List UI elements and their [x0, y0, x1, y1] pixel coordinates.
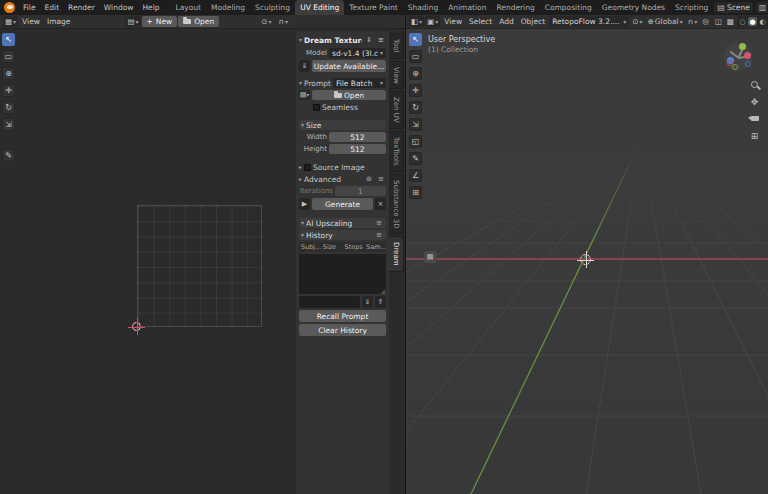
menu-render[interactable]: Render	[64, 2, 99, 13]
resize-grip-icon[interactable]: ◢	[380, 287, 385, 294]
new-image-button[interactable]: + New	[142, 16, 178, 27]
sidebar-tab-tool[interactable]: Tool	[389, 33, 404, 59]
uv-tool-annotate[interactable]: ✎	[2, 149, 15, 162]
viewport-3d[interactable]: User Perspective (1) Collection ↖ ▭ ⊕ ✛ …	[406, 29, 768, 494]
camera-view-button[interactable]	[749, 113, 760, 124]
vp-menu-view[interactable]: View	[441, 17, 465, 26]
blender-logo-icon[interactable]	[4, 2, 15, 13]
sidebar-tab-textools[interactable]: TexTools	[389, 131, 404, 172]
sidebar-tab-view[interactable]: View	[389, 61, 404, 90]
menu-help[interactable]: Help	[138, 2, 163, 13]
uv-tool-scale[interactable]: ⇲	[2, 118, 15, 131]
ortho-toggle-button[interactable]: ⊞	[749, 130, 760, 141]
gizmo-y-dot[interactable]	[739, 43, 746, 50]
workspace-tab-texture-paint[interactable]: Texture Paint	[344, 0, 402, 15]
workspace-tab-scripting[interactable]: Scripting	[670, 0, 713, 15]
vp-menu-select[interactable]: Select	[466, 17, 495, 26]
history-list[interactable]: ◢	[299, 254, 386, 294]
sidebar-tab-dream[interactable]: Dream	[389, 236, 404, 272]
vp-tool-measure[interactable]: ∠	[409, 169, 422, 182]
prompt-mode-dropdown[interactable]: File Batch ▾	[333, 78, 386, 88]
pan-button[interactable]: ✥	[749, 96, 760, 107]
workspace-tab-uv-editing[interactable]: UV Editing	[295, 0, 344, 15]
history-export-button[interactable]: ⇑	[375, 296, 386, 308]
vp-tool-rotate[interactable]: ↻	[409, 101, 422, 114]
uv-menu-view[interactable]: View	[19, 17, 43, 26]
uv-tool-select-box[interactable]: ▭	[2, 50, 15, 63]
workspace-tab-geometry-nodes[interactable]: Geometry Nodes	[597, 0, 670, 15]
snap-dropdown[interactable]: ∩ ▾	[686, 16, 700, 27]
scene-selector[interactable]: ▤ Scene	[714, 2, 752, 13]
uv-menu-image[interactable]: Image	[44, 17, 74, 26]
history-col-size[interactable]: Size	[321, 243, 343, 251]
workspace-tab-sculpting[interactable]: Sculpting	[250, 0, 295, 15]
vp-tool-cursor[interactable]: ⊕	[409, 67, 422, 80]
menu-window[interactable]: Window	[100, 2, 138, 13]
mode-selector[interactable]: ▣ ▾	[425, 16, 440, 27]
workspace-tab-layout[interactable]: Layout	[170, 0, 206, 15]
width-field[interactable]: 512	[329, 132, 386, 142]
gizmo-x-dot[interactable]	[744, 52, 751, 59]
update-available-button[interactable]: Update Available...	[312, 60, 386, 72]
text-file-selector[interactable]: ▤ ▾	[299, 90, 310, 100]
vp-tool-move[interactable]: ✛	[409, 84, 422, 97]
generate-button[interactable]: Generate	[312, 198, 373, 210]
import-model-button[interactable]: ⇓	[299, 60, 310, 72]
overlays-toggle[interactable]: ◫	[713, 16, 724, 27]
shading-wireframe-button[interactable]: ○	[738, 17, 747, 26]
image-browse-selector[interactable]: ▤ ▾	[125, 16, 140, 27]
panel-header[interactable]: ▾ Dream Texture ⇓ ≡	[299, 34, 386, 46]
workspace-tab-animation[interactable]: Animation	[443, 0, 491, 15]
retopoflow-menu[interactable]: RetopoFlow 3.2.5 (self) ▾	[549, 16, 629, 27]
zoom-button[interactable]	[749, 79, 760, 90]
vp-tool-select-box[interactable]: ▭	[409, 50, 422, 63]
vp-tool-add-cube[interactable]: ⊞	[409, 186, 422, 199]
uv-editor-canvas[interactable]: ↖ ▭ ⊕ ✛ ↻ ⇲ ✎ ▾ Dream Texture ⇓ ≡ Model …	[0, 29, 405, 494]
gear-icon[interactable]: ⊛	[364, 174, 374, 184]
vp-tool-transform[interactable]: ◱	[409, 135, 422, 148]
shading-solid-button[interactable]: ●	[748, 17, 757, 26]
history-menu-icon[interactable]: ≡	[374, 230, 384, 240]
panel-menu-icon[interactable]: ≡	[376, 34, 386, 46]
open-image-button[interactable]: Open	[178, 16, 219, 27]
clear-history-button[interactable]: Clear History	[299, 324, 386, 336]
sidebar-tab-zen-uv[interactable]: Zen UV	[389, 91, 404, 129]
history-prompt-input[interactable]	[299, 296, 360, 308]
gizmo-y-neg-dot[interactable]	[732, 64, 738, 70]
recall-prompt-button[interactable]: Recall Prompt	[299, 310, 386, 322]
cancel-generate-button[interactable]: ×	[375, 198, 386, 210]
upscaling-menu-icon[interactable]: ≡	[374, 218, 384, 228]
advanced-menu-icon[interactable]: ≡	[376, 174, 386, 184]
ai-upscaling-section-header[interactable]: ▾ AI Upscaling ≡	[299, 218, 386, 228]
uv-tool-move[interactable]: ✛	[2, 84, 15, 97]
uv-tool-rotate[interactable]: ↻	[2, 101, 15, 114]
vp-menu-add[interactable]: Add	[496, 17, 517, 26]
menu-edit[interactable]: Edit	[41, 2, 64, 13]
advanced-section[interactable]: ▸ Advanced ⊛ ≡	[299, 174, 386, 184]
history-col-sampler[interactable]: Sam...	[364, 243, 386, 251]
workspace-tab-compositing[interactable]: Compositing	[540, 0, 597, 15]
vp-tool-annotate[interactable]: ✎	[409, 152, 422, 165]
model-dropdown[interactable]: sd-v1.4 (3l.ck ▾	[329, 48, 386, 58]
source-image-checkbox[interactable]	[304, 164, 311, 171]
gizmo-z-neg-dot[interactable]	[745, 61, 751, 67]
view-layer-selector[interactable]: ▥ View Layer	[756, 2, 768, 13]
history-import-button[interactable]: ⇓	[362, 296, 373, 308]
download-model-icon[interactable]: ⇓	[364, 34, 374, 46]
seamless-checkbox[interactable]	[313, 104, 320, 111]
pivot-point-dropdown[interactable]: ⊙ ▾	[259, 16, 273, 27]
workspace-tab-modeling[interactable]: Modeling	[206, 0, 250, 15]
hidden-panel-button[interactable]: ▤	[424, 251, 436, 263]
uv-tool-tweak[interactable]: ↖	[2, 33, 15, 46]
menu-file[interactable]: File	[19, 2, 40, 13]
sidebar-tab-substance-3d[interactable]: Substance 3D	[389, 174, 404, 235]
vp-menu-object[interactable]: Object	[518, 17, 548, 26]
source-image-section[interactable]: ▸ Source Image	[299, 162, 386, 172]
workspace-tab-rendering[interactable]: Rendering	[491, 0, 539, 15]
history-col-steps[interactable]: Steps	[343, 243, 365, 251]
size-section-header[interactable]: ▾ Size	[299, 120, 386, 130]
vp-tool-tweak[interactable]: ↖	[409, 33, 422, 46]
vp-tool-scale[interactable]: ⇲	[409, 118, 422, 131]
history-col-subject[interactable]: Subj...	[299, 243, 321, 251]
history-section-header[interactable]: ▾ History ≡	[299, 230, 386, 240]
